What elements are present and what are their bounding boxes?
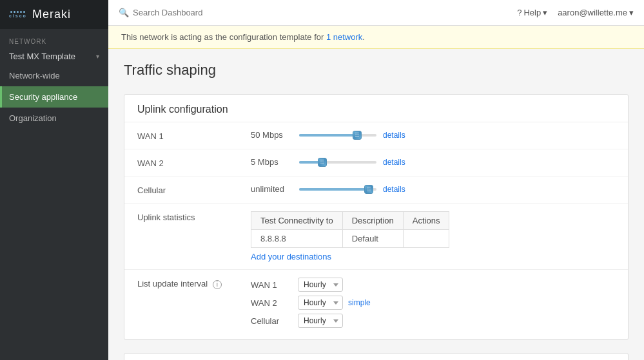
wan1-value: 50 Mbps xyxy=(251,130,615,141)
wan2-slider-thumb[interactable] xyxy=(318,158,327,167)
slider-thumb-line xyxy=(355,135,359,135)
slider-thumb-lines xyxy=(320,160,324,164)
slider-thumb-line xyxy=(355,137,359,137)
uplink-statistics-label: Uplink statistics xyxy=(137,211,240,222)
slider-thumb-line xyxy=(320,162,324,162)
list-update-interval-value: WAN 1 Hourly Daily Weekly WAN 2 Hourly xyxy=(251,278,615,332)
wan2-details-link[interactable]: details xyxy=(383,158,405,167)
slider-thumb-line xyxy=(367,187,371,187)
slider-thumb-line xyxy=(355,133,359,133)
cisco-dots xyxy=(10,11,25,13)
interval-cellular-select[interactable]: Hourly Daily Weekly xyxy=(298,314,343,328)
col-header-actions: Actions xyxy=(403,212,449,230)
wan2-slider-container: 5 Mbps xyxy=(251,157,615,167)
banner-network-link[interactable]: 1 network xyxy=(326,32,362,42)
topbar: 🔍 ? Help ▾ aaron@willette.me ▾ xyxy=(108,0,644,26)
interval-wan1-select[interactable]: Hourly Daily Weekly xyxy=(298,278,343,292)
uplink-statistics-row: Uplink statistics Test Connectivity to D… xyxy=(124,204,628,270)
list-update-info-icon[interactable]: i xyxy=(213,280,222,289)
uplink-config-title: Uplink configuration xyxy=(124,95,628,122)
slider-thumb-line xyxy=(320,164,324,164)
slider-thumb-lines xyxy=(367,187,371,191)
cell-actions xyxy=(403,230,449,248)
cellular-label: Cellular xyxy=(137,184,240,195)
wan1-label: WAN 1 xyxy=(137,130,240,141)
help-icon: ? xyxy=(517,8,522,17)
content-area: Traffic shaping Uplink configuration WAN… xyxy=(108,49,644,360)
user-menu-button[interactable]: aaron@willette.me ▾ xyxy=(558,8,634,17)
slider-thumb-line xyxy=(320,160,324,160)
cellular-slider-track[interactable] xyxy=(299,188,376,191)
interval-wan1-row: WAN 1 Hourly Daily Weekly xyxy=(251,278,615,292)
cisco-dot xyxy=(14,11,15,13)
interval-cellular-label: Cellular xyxy=(251,316,293,326)
col-header-test-connectivity: Test Connectivity to xyxy=(251,212,343,230)
list-update-interval-label: List update interval i xyxy=(137,278,240,289)
wan1-slider-container: 50 Mbps xyxy=(251,130,615,140)
cellular-slider-container: unlimited xyxy=(251,184,615,194)
banner-text-prefix: This network is acting as the configurat… xyxy=(121,32,326,42)
wan1-details-link[interactable]: details xyxy=(383,131,405,140)
info-banner: This network is acting as the configurat… xyxy=(108,26,644,49)
add-destinations-link[interactable]: Add your destinations xyxy=(251,252,331,261)
cisco-dot xyxy=(17,11,19,13)
network-selector[interactable]: Test MX Template ▾ xyxy=(0,48,108,65)
cellular-slider-thumb[interactable] xyxy=(364,185,373,194)
table-row: 8.8.8.8 Default xyxy=(251,230,449,248)
topbar-right: ? Help ▾ aaron@willette.me ▾ xyxy=(517,8,634,17)
wan2-value: 5 Mbps xyxy=(251,157,615,168)
search-area[interactable]: 🔍 xyxy=(119,8,249,17)
network-section-label: NETWORK xyxy=(0,29,108,48)
search-icon: 🔍 xyxy=(119,8,129,17)
wan1-slider-track[interactable] xyxy=(299,134,376,137)
cisco-dot xyxy=(20,11,22,13)
network-name: Test MX Template xyxy=(9,52,75,61)
list-update-interval-row: List update interval i WAN 1 Hourly Dail… xyxy=(124,270,628,339)
cellular-row: Cellular unlimited xyxy=(124,176,628,204)
user-email: aaron@willette.me xyxy=(558,8,627,17)
wan1-slider-fill xyxy=(299,134,357,137)
wan1-speed: 50 Mbps xyxy=(251,130,293,140)
page-title: Traffic shaping xyxy=(124,62,629,79)
sidebar-header: cisco Meraki xyxy=(0,0,108,29)
wan2-speed: 5 Mbps xyxy=(251,157,293,167)
uplink-selection-section: Uplink selection Global preferences Prim… xyxy=(124,353,629,360)
wan2-slider-track[interactable] xyxy=(299,161,376,164)
sidebar: cisco Meraki NETWORK Test MX Template ▾ … xyxy=(0,0,108,360)
wan2-row: WAN 2 5 Mbps xyxy=(124,149,628,176)
cellular-value: unlimited xyxy=(251,184,615,195)
table-header-row: Test Connectivity to Description Actions xyxy=(251,212,449,230)
chevron-down-icon: ▾ xyxy=(96,53,99,60)
cisco-dot xyxy=(23,11,25,13)
interval-cellular-row: Cellular Hourly Daily Weekly xyxy=(251,314,615,328)
sidebar-item-organization[interactable]: Organization xyxy=(0,108,108,129)
banner-text-suffix: . xyxy=(362,32,365,42)
wan2-label: WAN 2 xyxy=(137,157,240,168)
cellular-details-link[interactable]: details xyxy=(383,185,405,194)
simple-link[interactable]: simple xyxy=(348,298,371,307)
cellular-slider-fill xyxy=(299,188,369,191)
sidebar-item-network-wide[interactable]: Network-wide xyxy=(0,65,108,86)
wan1-slider-thumb[interactable] xyxy=(353,131,362,140)
slider-thumb-lines xyxy=(355,133,359,137)
wan1-row: WAN 1 50 Mbps xyxy=(124,122,628,149)
uplink-config-body: WAN 1 50 Mbps xyxy=(124,122,628,339)
uplink-config-section: Uplink configuration WAN 1 50 Mbps xyxy=(124,94,629,340)
cellular-speed: unlimited xyxy=(251,184,293,194)
search-input[interactable] xyxy=(133,8,249,17)
cisco-dot xyxy=(10,11,12,13)
uplink-selection-title: Uplink selection xyxy=(124,354,628,360)
statistics-table: Test Connectivity to Description Actions… xyxy=(251,211,449,248)
cisco-label: cisco xyxy=(9,14,27,18)
interval-wan2-select[interactable]: Hourly Daily Weekly xyxy=(298,296,343,310)
sidebar-item-security-appliance[interactable]: Security appliance xyxy=(0,86,108,108)
help-button[interactable]: ? Help ▾ xyxy=(517,8,547,17)
slider-thumb-line xyxy=(367,191,371,191)
cell-description: Default xyxy=(342,230,403,248)
interval-wan2-label: WAN 2 xyxy=(251,298,293,308)
uplink-statistics-value: Test Connectivity to Description Actions… xyxy=(251,211,615,261)
help-chevron-icon: ▾ xyxy=(543,8,547,17)
cell-test-connectivity: 8.8.8.8 xyxy=(251,230,343,248)
interval-wan1-label: WAN 1 xyxy=(251,280,293,290)
meraki-label: Meraki xyxy=(32,8,71,21)
